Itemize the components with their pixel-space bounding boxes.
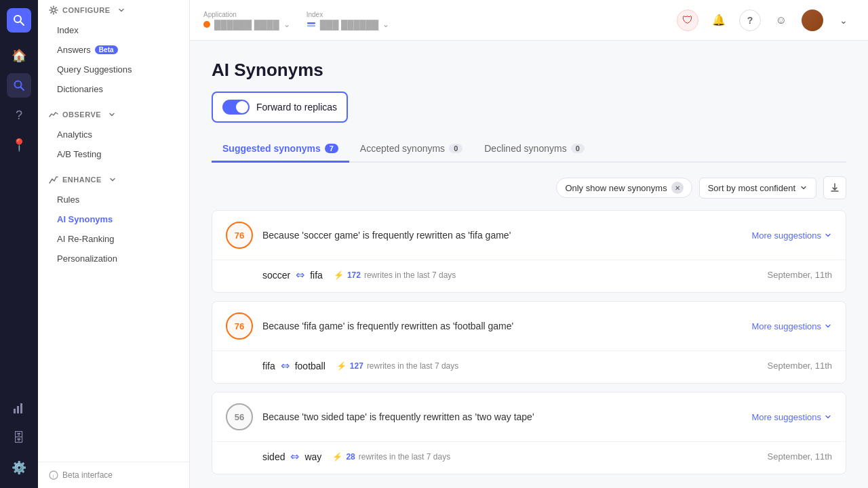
sidebar-item-ai-reranking[interactable]: AI Re-Ranking — [38, 229, 189, 249]
shield-button[interactable]: 🛡 — [677, 9, 698, 31]
lightning-icon-2: ⚡ — [332, 452, 342, 462]
svg-line-3 — [21, 87, 24, 91]
remove-filter-button[interactable]: ✕ — [671, 182, 684, 194]
card-header-2[interactable]: 56 Because 'two sided tape' is frequentl… — [212, 392, 846, 441]
sidebar-icon-question[interactable]: ? — [7, 103, 31, 127]
sidebar-item-dictionaries[interactable]: Dictionaries — [38, 79, 189, 99]
bell-button[interactable]: 🔔 — [708, 9, 730, 31]
chevron-down-icon-card2 — [824, 413, 832, 421]
double-arrow-icon-0: ⇔ — [296, 268, 304, 281]
sidebar-icon-search[interactable] — [7, 73, 31, 98]
sort-chevron-icon — [800, 184, 808, 192]
synonym-card-2: 56 Because 'two sided tape' is frequentl… — [212, 392, 846, 474]
synonym-pair-1: fifa ⇔ football — [262, 359, 326, 372]
beta-label: Beta interface — [62, 470, 113, 480]
sort-label: Sort by most confident — [708, 183, 795, 193]
sort-dropdown[interactable]: Sort by most confident — [699, 178, 816, 199]
enhance-icon — [49, 175, 58, 184]
topbar-actions: 🛡 🔔 ? ☺ ⌄ — [677, 9, 854, 31]
tab-suggested-synonyms[interactable]: Suggested synonyms 7 — [212, 136, 349, 163]
card-header-0[interactable]: 76 Because 'soccer game' is frequently r… — [212, 211, 846, 260]
index-icon — [307, 20, 316, 29]
index-chevron-icon: ⌄ — [382, 20, 389, 29]
svg-point-7 — [52, 9, 56, 12]
index-label: Index — [307, 11, 390, 18]
sidebar-icon-chart[interactable] — [7, 396, 31, 420]
more-suggestions-btn-1[interactable]: More suggestions — [751, 321, 832, 331]
sidebar-footer[interactable]: i Beta interface — [38, 462, 189, 488]
synonym-card-1: 76 Because 'fifa game' is frequently rew… — [212, 301, 846, 384]
app-logo[interactable] — [7, 8, 31, 33]
sidebar-icon-settings[interactable]: ⚙️ — [7, 455, 31, 480]
observe-section-header[interactable]: OBSERVE — [38, 104, 189, 125]
rewrites-info-2: ⚡ 28 rewrites in the last 7 days — [332, 452, 450, 462]
chevron-down-icon-3 — [108, 176, 117, 184]
topbar: Application ██████ ████ ⌄ Index ███ ████… — [190, 0, 868, 41]
gear-icon — [49, 5, 58, 15]
user-avatar[interactable] — [802, 9, 823, 31]
help-button[interactable]: ? — [739, 9, 761, 31]
tab-accepted-synonyms[interactable]: Accepted synonyms 0 — [349, 136, 473, 163]
sidebar-item-personalization[interactable]: Personalization — [38, 249, 189, 268]
index-dropdown[interactable]: ███ ██████ ⌄ — [307, 20, 390, 30]
sidebar: CONFIGURE Index Answers Beta Query Sugge… — [38, 0, 190, 488]
sidebar-item-analytics[interactable]: Analytics — [38, 125, 189, 144]
svg-rect-4 — [14, 409, 16, 413]
download-button[interactable] — [823, 176, 846, 199]
more-suggestions-btn-0[interactable]: More suggestions — [751, 230, 832, 241]
score-badge-2: 56 — [226, 403, 253, 430]
sidebar-item-index[interactable]: Index — [38, 20, 189, 40]
score-badge-1: 76 — [226, 312, 253, 340]
icon-bar: 🏠 ? 📍 🗄 ⚙️ — [0, 0, 38, 488]
main-area: Application ██████ ████ ⌄ Index ███ ████… — [190, 0, 868, 488]
svg-rect-6 — [20, 403, 22, 413]
svg-line-1 — [20, 22, 24, 25]
card-date-0: September, 11th — [768, 270, 832, 280]
sidebar-item-ab-testing[interactable]: A/B Testing — [38, 144, 189, 164]
rewrites-info-0: ⚡ 172 rewrites in the last 7 days — [334, 270, 456, 280]
suggested-count: 7 — [325, 144, 338, 153]
card-body-1: fifa ⇔ football ⚡ 127 rewrites in the la… — [212, 350, 846, 383]
chevron-down-icon — [117, 6, 125, 14]
card-reason-0: Because 'soccer game' is frequently rewr… — [262, 230, 751, 241]
chevron-down-icon-card0 — [824, 231, 832, 239]
card-reason-1: Because 'fifa game' is frequently rewrit… — [262, 321, 751, 331]
application-label: Application — [203, 11, 290, 18]
card-header-1[interactable]: 76 Because 'fifa game' is frequently rew… — [212, 302, 846, 350]
only-new-label: Only show new synonyms — [565, 183, 667, 193]
declined-count: 0 — [571, 144, 585, 153]
app-name: ██████ ████ — [214, 20, 279, 30]
tabs-bar: Suggested synonyms 7 Accepted synonyms 0… — [212, 136, 846, 163]
smiley-button[interactable]: ☺ — [770, 9, 792, 31]
tab-declined-synonyms[interactable]: Declined synonyms 0 — [473, 136, 595, 163]
card-body-0: soccer ⇔ fifa ⚡ 172 rewrites in the last… — [212, 260, 846, 292]
sidebar-icon-pin[interactable]: 📍 — [7, 133, 31, 157]
sidebar-item-ai-synonyms[interactable]: AI Synonyms — [38, 209, 189, 229]
card-reason-2: Because 'two sided tape' is frequently r… — [262, 411, 751, 422]
sidebar-icon-home[interactable]: 🏠 — [7, 43, 31, 68]
card-date-1: September, 11th — [768, 361, 832, 371]
observe-icon — [49, 110, 58, 119]
card-date-2: September, 11th — [768, 451, 832, 462]
sidebar-icon-database[interactable]: 🗄 — [7, 426, 31, 450]
application-dropdown[interactable]: ██████ ████ ⌄ — [203, 20, 290, 30]
app-dot-icon — [203, 21, 210, 28]
forward-to-replicas-toggle[interactable] — [222, 100, 250, 115]
app-chevron-icon: ⌄ — [283, 20, 290, 29]
rewrites-info-1: ⚡ 127 rewrites in the last 7 days — [336, 361, 458, 371]
configure-section-header[interactable]: CONFIGURE — [38, 0, 189, 20]
index-selector: Index ███ ██████ ⌄ — [307, 11, 390, 30]
user-chevron-icon[interactable]: ⌄ — [833, 9, 854, 31]
forward-to-replicas-row: Forward to replicas — [212, 92, 348, 123]
sidebar-item-rules[interactable]: Rules — [38, 190, 189, 209]
lightning-icon-1: ⚡ — [336, 361, 347, 371]
sidebar-item-answers[interactable]: Answers Beta — [38, 40, 189, 60]
more-suggestions-btn-2[interactable]: More suggestions — [751, 412, 832, 422]
download-icon — [829, 182, 840, 193]
svg-rect-11 — [307, 25, 315, 27]
enhance-section-header[interactable]: ENHANCE — [38, 169, 189, 190]
filter-bar: Only show new synonyms ✕ Sort by most co… — [212, 176, 846, 199]
sidebar-item-query-suggestions[interactable]: Query Suggestions — [38, 60, 189, 79]
svg-text:i: i — [53, 473, 54, 479]
application-selector: Application ██████ ████ ⌄ — [203, 11, 290, 30]
